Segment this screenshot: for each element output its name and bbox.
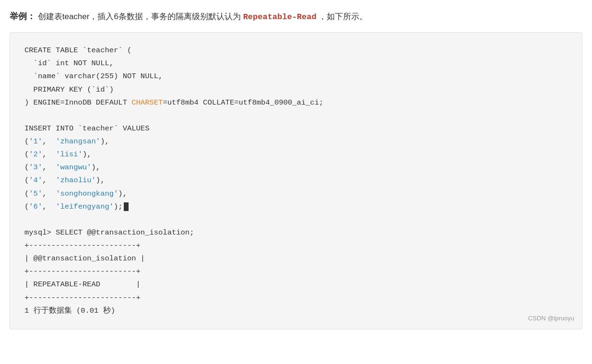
intro-prefix: 举例： <box>10 12 36 21</box>
code-block: CREATE TABLE `teacher` ( `id` int NOT NU… <box>10 32 582 329</box>
insert-line-1: INSERT INTO `teacher` VALUES <box>24 122 568 135</box>
insert-line-5: ('4', 'zhaoliu'), <box>24 174 568 187</box>
create-line-2: `id` int NOT NULL, <box>24 57 568 70</box>
query-line-1: mysql> SELECT @@transaction_isolation; <box>24 226 568 239</box>
create-line-5: ) ENGINE=InnoDB DEFAULT CHARSET=utf8mb4 … <box>24 96 568 109</box>
empty-2 <box>24 213 568 226</box>
text-cursor <box>124 202 129 211</box>
create-line-4: PRIMARY KEY (`id`) <box>24 83 568 96</box>
create-line-1: CREATE TABLE `teacher` ( <box>24 44 568 57</box>
insert-line-2: ('1', 'zhangsan'), <box>24 135 568 148</box>
watermark: CSDN @lpruoyu <box>528 313 574 324</box>
query-line-2: +------------------------+ <box>24 239 568 252</box>
query-line-6: +------------------------+ <box>24 292 568 305</box>
query-line-7: 1 行于数据集 (0.01 秒) <box>24 305 568 317</box>
query-line-4: +------------------------+ <box>24 265 568 278</box>
intro-text: 创建表teacher，插入6条数据，事务的隔离级别默认认为 <box>38 12 241 21</box>
insert-line-4: ('3', 'wangwu'), <box>24 161 568 174</box>
intro-highlight: Repeatable-Read <box>243 12 317 22</box>
page-wrapper: 举例： 创建表teacher，插入6条数据，事务的隔离级别默认认为 Repeat… <box>0 0 592 339</box>
query-line-5: | REPEATABLE-READ | <box>24 278 568 291</box>
query-line-3: | @@transaction_isolation | <box>24 252 568 265</box>
create-line-3: `name` varchar(255) NOT NULL, <box>24 70 568 83</box>
insert-line-3: ('2', 'lisi'), <box>24 148 568 161</box>
empty-1 <box>24 109 568 122</box>
insert-line-7: ('6', 'leifengyang'); <box>24 200 568 213</box>
intro-line: 举例： 创建表teacher，插入6条数据，事务的隔离级别默认认为 Repeat… <box>10 10 582 23</box>
intro-suffix: ，如下所示。 <box>319 12 367 21</box>
insert-line-6: ('5', 'songhongkang'), <box>24 188 568 200</box>
